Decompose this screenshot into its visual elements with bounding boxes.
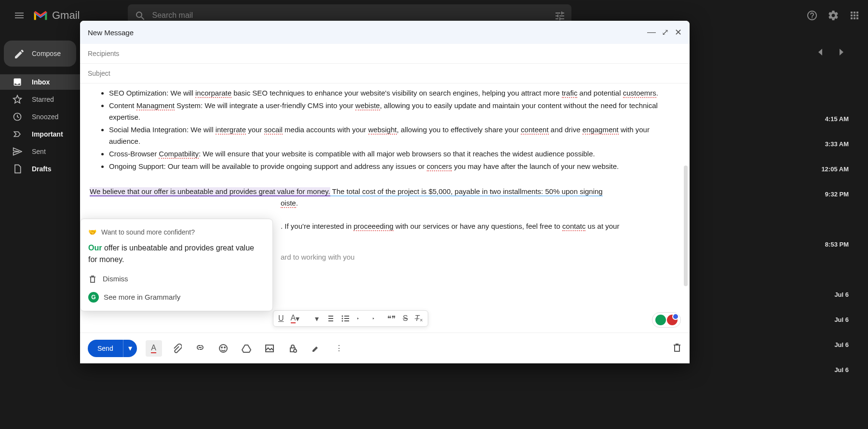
- grammarly-suggestion[interactable]: Our offer is unbeatable and provides gre…: [88, 242, 265, 265]
- header-actions: [806, 10, 860, 21]
- signature-button[interactable]: [308, 340, 324, 357]
- bullet-item: Ongoing Support: Our team will be availa…: [109, 161, 680, 172]
- sidebar-item-label: Starred: [32, 96, 54, 103]
- svg-rect-7: [266, 345, 273, 352]
- tune-icon[interactable]: [554, 10, 565, 21]
- emoji-icon: [218, 344, 228, 353]
- help-icon[interactable]: [806, 10, 818, 21]
- important-icon: [13, 129, 22, 139]
- message-time: 12:05 AM: [821, 156, 849, 181]
- underline-button[interactable]: U: [278, 314, 284, 323]
- hamburger-icon: [14, 10, 25, 21]
- recipients-field[interactable]: Recipients: [80, 44, 690, 64]
- discard-button[interactable]: [672, 343, 682, 354]
- grammarly-logo-icon: G: [88, 292, 99, 303]
- lock-clock-icon: [288, 344, 298, 353]
- send-button[interactable]: Send: [88, 345, 123, 352]
- prev-icon[interactable]: [815, 46, 825, 56]
- minimize-button[interactable]: ―: [647, 27, 656, 38]
- draft-icon: [13, 164, 22, 174]
- remove-format-button[interactable]: Tₓ: [415, 314, 423, 323]
- message-time: Jul 6: [821, 332, 849, 357]
- body-paragraph: . If you're interested in proceeeding wi…: [281, 221, 680, 232]
- message-time: 3:33 AM: [821, 131, 849, 156]
- svg-point-5: [221, 347, 222, 348]
- hamburger-menu-button[interactable]: [8, 4, 31, 27]
- drive-icon: [242, 344, 251, 353]
- sidebar-item-label: Important: [32, 130, 63, 138]
- scrollbar[interactable]: [684, 166, 688, 286]
- star-icon: [13, 95, 22, 104]
- indent-more-button[interactable]: [372, 314, 380, 323]
- gmail-logo[interactable]: Gmail: [33, 9, 80, 22]
- message-time: 8:53 PM: [821, 232, 849, 257]
- compose-action-bar: Send ▾ A ⋮: [80, 332, 690, 363]
- handshake-icon: 🤝: [88, 227, 96, 237]
- pencil-icon: [14, 48, 24, 59]
- compose-dialog: New Message ― ⤢ ✕ Recipients Subject SEO…: [80, 21, 690, 363]
- attach-button[interactable]: [169, 340, 185, 357]
- align-button[interactable]: ▾: [306, 314, 319, 323]
- grammarly-see-more-button[interactable]: G See more in Grammarly: [88, 291, 265, 303]
- numbered-list-button[interactable]: [326, 314, 334, 323]
- svg-point-9: [294, 349, 297, 352]
- inbox-icon: [13, 77, 22, 87]
- body-paragraph: We believe that our offer is unbeatable …: [90, 186, 680, 197]
- message-time: Jul 6: [821, 307, 849, 332]
- close-button[interactable]: ✕: [675, 27, 682, 38]
- drive-button[interactable]: [238, 340, 255, 357]
- settings-icon[interactable]: [827, 10, 839, 21]
- svg-point-2: [342, 318, 343, 319]
- dialog-window-controls: ― ⤢ ✕: [647, 27, 682, 38]
- sidebar-item-label: Drafts: [32, 165, 51, 173]
- fullscreen-button[interactable]: ⤢: [662, 27, 669, 38]
- pagination-arrows: [815, 46, 846, 56]
- compose-button[interactable]: Compose: [4, 41, 76, 67]
- image-icon: [265, 344, 274, 353]
- compose-label: Compose: [32, 50, 61, 57]
- bullet-list-button[interactable]: [341, 314, 350, 323]
- next-icon[interactable]: [836, 46, 846, 56]
- strikethrough-button[interactable]: S: [403, 314, 408, 323]
- search-icon: [135, 10, 145, 21]
- link-icon: [195, 344, 205, 353]
- image-button[interactable]: [261, 340, 278, 357]
- dialog-title: New Message: [88, 28, 134, 37]
- message-time: Jul 6: [821, 357, 849, 382]
- emoji-button[interactable]: [215, 340, 231, 357]
- link-button[interactable]: [192, 340, 208, 357]
- gmail-logo-text: Gmail: [52, 9, 80, 22]
- grammarly-prompt: 🤝 Want to sound more confident?: [88, 227, 265, 237]
- grammarly-dismiss-button[interactable]: Dismiss: [88, 273, 265, 285]
- grammarly-popup: 🤝 Want to sound more confident? Our offe…: [80, 219, 273, 311]
- sidebar-item-label: Inbox: [32, 78, 50, 86]
- compose-tool-icons: A ⋮: [146, 340, 347, 357]
- text-color-button[interactable]: A ▾: [291, 314, 300, 323]
- sidebar-item-label: Sent: [32, 148, 46, 155]
- search-input[interactable]: [152, 11, 554, 20]
- indent-less-button[interactable]: [356, 314, 365, 323]
- body-fragment: ard to working with you: [281, 251, 680, 263]
- bullet-item: Cross-Browser Compatbility: We will ensu…: [109, 148, 680, 160]
- more-button[interactable]: ⋮: [331, 340, 347, 357]
- message-time: [821, 207, 849, 232]
- grammarly-error-icon: [667, 315, 678, 325]
- dialog-titlebar: New Message ― ⤢ ✕: [80, 21, 690, 44]
- subject-field[interactable]: Subject: [80, 64, 690, 83]
- pen-icon: [311, 344, 321, 353]
- send-options-button[interactable]: ▾: [123, 340, 137, 357]
- svg-point-3: [342, 320, 343, 322]
- clock-icon: [13, 112, 22, 122]
- message-time: [821, 257, 849, 282]
- confidential-button[interactable]: [285, 340, 301, 357]
- gmail-icon: [33, 10, 48, 21]
- send-icon: [13, 147, 22, 156]
- compose-body[interactable]: SEO Optimization: We will incorparate ba…: [80, 83, 690, 332]
- quote-button[interactable]: ❝❞: [387, 314, 396, 323]
- apps-icon[interactable]: [849, 10, 860, 21]
- format-button[interactable]: A: [146, 340, 162, 357]
- grammarly-badge-group[interactable]: [652, 312, 681, 328]
- formatting-toolbar: U A ▾ ▾ ❝❞ S Tₓ: [273, 310, 428, 327]
- bullet-item: Content Managment System: We will integr…: [109, 100, 680, 123]
- send-button-group: Send ▾: [88, 340, 137, 357]
